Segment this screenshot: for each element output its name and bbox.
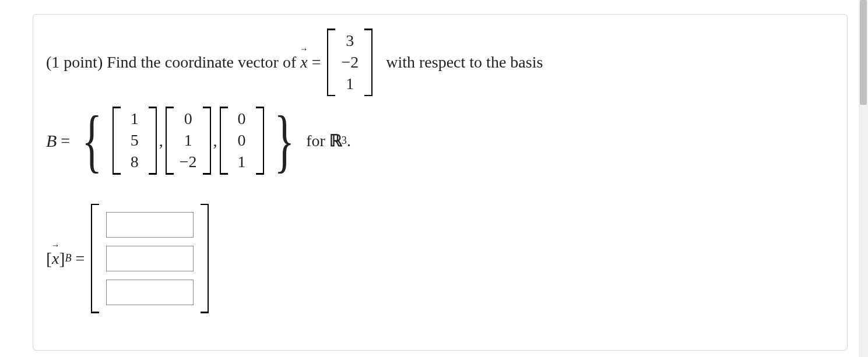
bracket-right-icon xyxy=(201,204,209,313)
bv2-e1: 1 xyxy=(180,132,196,150)
bracket-left-icon xyxy=(327,29,335,96)
vector-x-entry-2: 1 xyxy=(342,75,358,93)
answer-input-2[interactable] xyxy=(106,280,194,305)
basis-vector-1-entries: 1 5 8 xyxy=(121,107,149,174)
bv2-e2: −2 xyxy=(180,153,197,171)
bv2-e0: 0 xyxy=(180,110,196,128)
real-space-symbol: ℝ xyxy=(329,131,342,150)
bv1-e1: 5 xyxy=(126,132,143,150)
basis-vector-2: 0 1 −2 xyxy=(166,107,211,174)
problem-line-2: B = { 1 5 8 , 0 xyxy=(46,107,834,174)
basis-vector-3: 0 0 1 xyxy=(220,107,264,174)
bracket-right-icon xyxy=(256,107,264,174)
vector-x-symbol: x xyxy=(300,53,307,72)
bv3-e0: 0 xyxy=(234,110,250,128)
problem-card: (1 point) Find the coordinate vector of … xyxy=(33,14,848,351)
vector-x: 3 −2 1 xyxy=(327,29,372,96)
points-label: (1 point) xyxy=(46,53,107,72)
bv1-e0: 1 xyxy=(126,110,143,128)
basis-symbol: B xyxy=(46,131,57,151)
scrollbar-track[interactable] xyxy=(859,0,868,357)
bracket-right-icon xyxy=(203,107,211,174)
basis-vector-1: 1 5 8 xyxy=(113,107,157,174)
bv3-e1: 0 xyxy=(234,132,250,150)
answer-bracket-close: ] xyxy=(59,249,65,268)
bracket-left-icon xyxy=(113,107,121,174)
answer-bracket-open: [ xyxy=(46,249,52,268)
answer-subscript: B xyxy=(65,252,71,264)
basis-vector-2-entries: 0 1 −2 xyxy=(174,107,203,174)
answer-input-1[interactable] xyxy=(106,246,194,271)
bracket-left-icon xyxy=(220,107,228,174)
prompt-after: with respect to the basis xyxy=(375,53,543,72)
bracket-right-icon xyxy=(364,29,372,96)
bv1-e2: 8 xyxy=(126,153,143,171)
curly-right-icon: } xyxy=(273,113,295,169)
bracket-left-icon xyxy=(91,204,99,313)
vector-x-entry-0: 3 xyxy=(342,32,358,50)
equals-sign-2: = xyxy=(57,132,74,150)
bracket-left-icon xyxy=(166,107,174,174)
equals-sign-3: = xyxy=(72,249,89,268)
answer-input-0[interactable] xyxy=(106,212,194,238)
answer-vector-symbol: x xyxy=(52,249,59,268)
comma-2: , xyxy=(213,132,217,150)
equals-sign-1: = xyxy=(308,53,325,72)
basis-set: { 1 5 8 , 0 1 −2 xyxy=(74,107,302,174)
vector-x-entry-1: −2 xyxy=(341,54,359,72)
prompt-before: Find the coordinate vector of xyxy=(107,53,300,72)
period: . xyxy=(347,132,351,150)
curly-left-icon: { xyxy=(81,113,103,169)
page-root: (1 point) Find the coordinate vector of … xyxy=(0,0,868,357)
bracket-right-icon xyxy=(149,107,157,174)
problem-line-3: [ x ] B = xyxy=(46,204,834,313)
comma-1: , xyxy=(159,132,163,150)
real-space-dim: 3 xyxy=(342,135,347,147)
vector-x-entries: 3 −2 1 xyxy=(335,29,364,96)
scrollbar-thumb[interactable] xyxy=(860,0,867,105)
answer-vector xyxy=(91,204,209,313)
basis-vector-3-entries: 0 0 1 xyxy=(228,107,256,174)
answer-entries xyxy=(99,204,201,313)
problem-line-1: (1 point) Find the coordinate vector of … xyxy=(46,29,834,96)
for-text: for xyxy=(302,132,329,150)
bv3-e2: 1 xyxy=(234,153,250,171)
